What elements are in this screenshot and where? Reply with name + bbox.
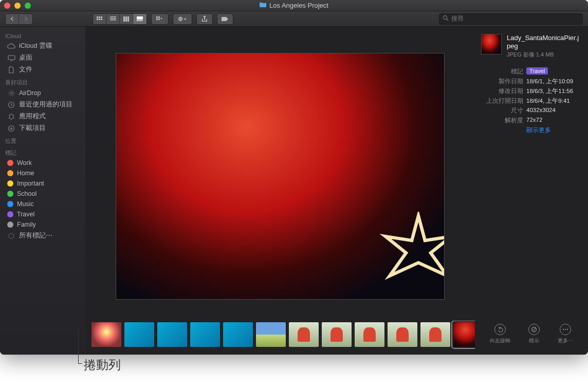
sidebar-header-tags: 標記	[0, 146, 85, 158]
icon-view-button[interactable]	[93, 14, 106, 24]
sidebar-item-icloud-drive[interactable]: iCloud 雲碟	[0, 40, 85, 52]
more-action[interactable]: 更多⋯	[558, 324, 573, 344]
tag-dot-icon	[7, 201, 13, 207]
tag-dot-icon	[7, 180, 13, 187]
sidebar-tag-travel[interactable]: Travel	[0, 209, 85, 219]
toolbar: 搜尋	[0, 11, 588, 27]
thumbnail[interactable]	[157, 322, 187, 347]
svg-point-31	[564, 329, 565, 330]
share-button[interactable]	[196, 13, 213, 25]
rotate-left-action[interactable]: 向左旋轉	[490, 324, 510, 344]
rotate-icon	[494, 324, 506, 335]
airdrop-icon	[7, 89, 15, 97]
download-icon	[7, 124, 15, 133]
thumbnail[interactable]	[190, 322, 220, 347]
sidebar-item-downloads[interactable]: 下載項目	[0, 122, 85, 134]
list-view-button[interactable]	[106, 14, 120, 24]
markup-icon	[528, 324, 540, 335]
sidebar-item-applications[interactable]: 應用程式	[0, 110, 85, 122]
thumbnail[interactable]	[388, 322, 417, 347]
svg-point-28	[9, 233, 14, 238]
tag-dot-icon	[7, 170, 13, 176]
window-title-text: Los Angeles Project	[269, 2, 328, 9]
sidebar-tag-important[interactable]: Important	[0, 178, 85, 189]
main-content	[85, 27, 475, 355]
search-placeholder: 搜尋	[451, 14, 464, 23]
svg-rect-10	[125, 16, 127, 22]
svg-point-22	[444, 16, 447, 20]
thumbnail[interactable]	[420, 322, 450, 347]
svg-rect-6	[110, 16, 116, 17]
svg-point-30	[562, 329, 563, 330]
column-view-button[interactable]	[120, 14, 133, 24]
close-button[interactable]	[4, 3, 10, 9]
sidebar-tag-family[interactable]: Family	[0, 219, 85, 230]
view-mode-group	[93, 13, 147, 25]
preview-area	[85, 27, 475, 321]
tag-dot-icon	[7, 160, 13, 166]
info-value: 18/6/1, 上午10:09	[526, 78, 582, 85]
svg-point-32	[566, 329, 567, 330]
sidebar-item-recents[interactable]: 最近使用過的項目	[0, 99, 85, 110]
thumbnail-selected[interactable]	[453, 322, 475, 347]
sidebar: iCloud iCloud 雲碟 桌面 文件 喜好項目 AirDrop 最近使用…	[0, 27, 85, 355]
info-label: 上次打開日期	[481, 97, 523, 105]
arrange-group[interactable]	[151, 13, 169, 25]
thumbnail[interactable]	[256, 322, 286, 347]
svg-point-25	[9, 90, 14, 96]
sidebar-item-documents[interactable]: 文件	[0, 64, 85, 76]
back-button[interactable]	[6, 14, 19, 24]
action-menu-button[interactable]	[173, 14, 192, 24]
thumbnail[interactable]	[91, 322, 121, 347]
tags-button[interactable]	[217, 13, 233, 25]
preview-image[interactable]	[116, 53, 445, 300]
svg-rect-1	[99, 16, 100, 18]
thumbnail[interactable]	[289, 322, 319, 347]
markup-action[interactable]: 標示	[528, 324, 540, 344]
thumbnail-strip[interactable]	[85, 321, 475, 355]
action-group[interactable]	[173, 13, 192, 25]
svg-rect-13	[137, 20, 138, 21]
all-tags-icon	[7, 232, 15, 240]
svg-rect-4	[99, 19, 100, 20]
thumbnail[interactable]	[322, 322, 352, 347]
svg-rect-14	[138, 20, 139, 21]
cloud-icon	[7, 42, 15, 50]
search-field[interactable]: 搜尋	[439, 13, 583, 25]
quick-actions: 向左旋轉 標示 更多⋯	[481, 314, 582, 347]
tag-badge[interactable]: Travel	[526, 67, 548, 75]
zoom-button[interactable]	[25, 3, 31, 9]
info-thumbnail	[481, 34, 502, 54]
tag-dot-icon	[7, 191, 13, 197]
file-name: Lady_SantaMonicaPier.jpeg	[507, 34, 582, 50]
callout-label: 捲動列	[84, 357, 121, 373]
forward-button[interactable]	[19, 14, 32, 24]
window-title: Los Angeles Project	[260, 2, 328, 9]
info-label-tag: 標記	[481, 68, 523, 76]
finder-window: Los Angeles Project 搜尋 iCloud	[0, 0, 588, 355]
sidebar-tag-home[interactable]: Home	[0, 168, 85, 178]
gallery-view-button[interactable]	[133, 14, 146, 24]
sidebar-tag-school[interactable]: School	[0, 189, 85, 199]
more-icon	[560, 324, 571, 335]
titlebar[interactable]: Los Angeles Project	[0, 0, 588, 11]
info-value: 18/6/3, 上午11:56	[526, 87, 582, 95]
show-more-link[interactable]: 顯示更多	[526, 126, 582, 134]
svg-rect-20	[158, 19, 160, 20]
sidebar-tag-work[interactable]: Work	[0, 158, 85, 168]
sidebar-all-tags[interactable]: 所有標記⋯	[0, 230, 85, 242]
sidebar-item-airdrop[interactable]: AirDrop	[0, 87, 85, 99]
minimize-button[interactable]	[14, 3, 21, 9]
thumbnail[interactable]	[355, 322, 384, 347]
sidebar-header-icloud: iCloud	[0, 30, 85, 40]
svg-rect-23	[8, 56, 15, 60]
thumbnail[interactable]	[124, 322, 154, 347]
clock-icon	[7, 101, 15, 109]
sidebar-item-desktop[interactable]: 桌面	[0, 52, 85, 64]
svg-rect-2	[101, 16, 102, 18]
svg-rect-7	[110, 18, 116, 19]
arrange-button[interactable]	[152, 14, 168, 24]
thumbnail[interactable]	[223, 322, 253, 347]
sidebar-tag-music[interactable]: Music	[0, 199, 85, 209]
sidebar-header-favorites: 喜好項目	[0, 76, 85, 87]
